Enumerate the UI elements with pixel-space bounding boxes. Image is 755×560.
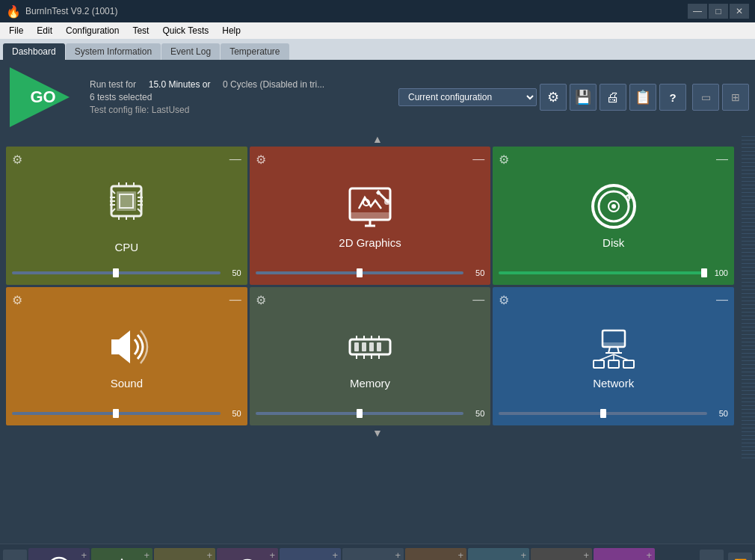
svg-rect-21	[350, 212, 390, 220]
tile-audio-range[interactable]	[12, 412, 221, 415]
tile-disk-value: 100	[710, 268, 728, 277]
tile-memory-label: Memory	[350, 377, 390, 390]
tile-disk[interactable]: ⚙ — Disk 100	[493, 147, 734, 285]
dock-optical-plus-icon[interactable]: +	[81, 550, 87, 561]
tile-cpu-icon	[100, 179, 152, 238]
close-button[interactable]: ✕	[730, 4, 749, 19]
tile-cpu-range[interactable]	[12, 271, 221, 274]
menu-help[interactable]: Help	[216, 24, 247, 37]
dock-scroll-up-fast-button[interactable]: ⏫	[728, 553, 752, 560]
dock-item-parallel[interactable]: + Parallel Port	[531, 548, 592, 561]
dock-item-plugin1[interactable]: + Plugin1	[468, 548, 529, 561]
tile-audio-slider[interactable]: 50	[12, 409, 241, 418]
dock-gpgpu-plus-icon[interactable]: +	[395, 550, 401, 561]
svg-rect-53	[608, 360, 619, 368]
tile-memory-range[interactable]	[256, 412, 464, 415]
svg-rect-35	[354, 342, 359, 351]
dock-video-icon	[234, 557, 261, 560]
menu-quick-tests[interactable]: Quick Tests	[156, 24, 215, 37]
tile-2dgfx-minus-icon[interactable]: —	[472, 153, 484, 166]
tile-network-gear-icon[interactable]: ⚙	[499, 293, 509, 307]
dock-bluetooth-icon	[297, 557, 324, 560]
collapse-down-button[interactable]: ▼	[6, 427, 749, 439]
svg-rect-37	[369, 342, 374, 351]
tab-dashboard[interactable]: Dashboard	[3, 43, 65, 60]
svg-point-27	[384, 199, 390, 205]
save-button[interactable]: 💾	[570, 84, 597, 111]
layout-button-1[interactable]: ▭	[692, 84, 719, 111]
tile-disk-minus-icon[interactable]: —	[716, 153, 728, 166]
tile-disk-gear-icon[interactable]: ⚙	[499, 153, 509, 167]
minimize-button[interactable]: —	[688, 4, 707, 19]
menu-configuration[interactable]: Configuration	[60, 24, 125, 37]
tab-event-log[interactable]: Event Log	[161, 43, 220, 60]
tile-network[interactable]: ⚙ — Network	[493, 287, 734, 425]
collapse-up-button[interactable]: ▲	[6, 133, 749, 145]
tile-2dgfx-value: 50	[466, 268, 484, 277]
tile-network-label: Network	[593, 377, 634, 390]
run-line3: Test config file: LastUsed	[90, 105, 324, 115]
settings-button[interactable]: ⚙	[540, 84, 567, 111]
print-button[interactable]: 🖨	[600, 84, 626, 111]
dock-parallel-plus-icon[interactable]: +	[583, 550, 589, 561]
tile-cpu-minus-icon[interactable]: —	[229, 153, 241, 166]
menu-file[interactable]: File	[3, 24, 29, 37]
dock-item-3dgfx[interactable]: + 3D Graphics	[91, 548, 152, 561]
svg-line-55	[599, 354, 614, 360]
tile-memory[interactable]: ⚙ — Memory	[250, 287, 491, 425]
dock-scroll-left-button[interactable]: ◀	[3, 550, 27, 560]
tile-cpu[interactable]: ⚙ —	[6, 147, 247, 285]
tile-network-minus-icon[interactable]: —	[716, 293, 728, 307]
tile-cpu-slider[interactable]: 50	[12, 268, 241, 277]
help-button[interactable]: ?	[659, 84, 686, 111]
menu-test[interactable]: Test	[126, 24, 155, 37]
dock-gpgpu-icon	[360, 557, 386, 560]
layout-button-2[interactable]: ⊞	[722, 84, 749, 111]
dock-usb-plus-icon[interactable]: +	[646, 550, 652, 561]
tile-audio-value: 50	[224, 409, 241, 418]
tile-audio-minus-icon[interactable]: —	[229, 293, 241, 307]
config-dropdown[interactable]: Current configuration Default Custom	[398, 88, 537, 106]
tile-cpu-gear-icon[interactable]: ⚙	[12, 153, 22, 167]
tile-audio-gear-icon[interactable]: ⚙	[12, 293, 22, 307]
dock-3dgfx-icon	[108, 557, 135, 560]
clipboard-button[interactable]: 📋	[629, 84, 656, 111]
dock-plugin1-plus-icon[interactable]: +	[520, 550, 526, 561]
dock-3dgfx-plus-icon[interactable]: +	[144, 550, 150, 561]
tile-memory-slider[interactable]: 50	[256, 409, 485, 418]
tile-2dgfx-gear-icon[interactable]: ⚙	[256, 153, 266, 167]
run-line2: 6 tests selected	[90, 92, 324, 102]
tile-memory-gear-icon[interactable]: ⚙	[256, 293, 266, 307]
tile-network-range[interactable]	[499, 412, 707, 415]
tile-audio[interactable]: ⚙ — Sound 50	[6, 287, 247, 425]
tile-2dgfx[interactable]: ⚙ — 2D Graphics 50	[250, 147, 491, 285]
go-triangle-svg	[6, 67, 73, 127]
tab-system-information[interactable]: System Information	[66, 43, 161, 60]
dock-video-plus-icon[interactable]: +	[269, 550, 275, 561]
tab-temperature[interactable]: Temperature	[221, 43, 289, 60]
maximize-button[interactable]: □	[709, 4, 728, 19]
tile-disk-slider[interactable]: 100	[499, 268, 728, 277]
go-button[interactable]: GO	[6, 67, 73, 127]
dock-item-bluetooth[interactable]: + Bluetooth	[280, 548, 341, 561]
tile-network-value: 50	[710, 409, 728, 418]
menu-bar: File Edit Configuration Test Quick Tests…	[0, 22, 755, 39]
tile-network-slider[interactable]: 50	[499, 409, 728, 418]
tile-2dgfx-range[interactable]	[256, 271, 464, 274]
svg-point-31	[611, 204, 616, 209]
dock-item-printer[interactable]: + Printer	[154, 548, 215, 561]
dock-item-usb[interactable]: + USB	[594, 548, 655, 561]
menu-edit[interactable]: Edit	[31, 24, 58, 37]
dock-item-video[interactable]: + Video Playback	[217, 548, 278, 561]
dock-item-optical[interactable]: + Optical disk	[28, 548, 90, 561]
dock-printer-plus-icon[interactable]: +	[206, 550, 212, 561]
dock-item-gpgpu[interactable]: + GPGPU	[342, 548, 404, 561]
dock-scroll-right-button[interactable]: ▶	[700, 550, 724, 560]
tile-2dgfx-slider[interactable]: 50	[256, 268, 485, 277]
dock-usb-icon	[611, 557, 638, 560]
dock-item-serial[interactable]: + Serial Port 1	[405, 548, 466, 561]
tile-memory-minus-icon[interactable]: —	[472, 293, 484, 307]
dock-serial-plus-icon[interactable]: +	[457, 550, 463, 561]
tile-disk-range[interactable]	[499, 271, 707, 274]
dock-bluetooth-plus-icon[interactable]: +	[332, 550, 338, 561]
